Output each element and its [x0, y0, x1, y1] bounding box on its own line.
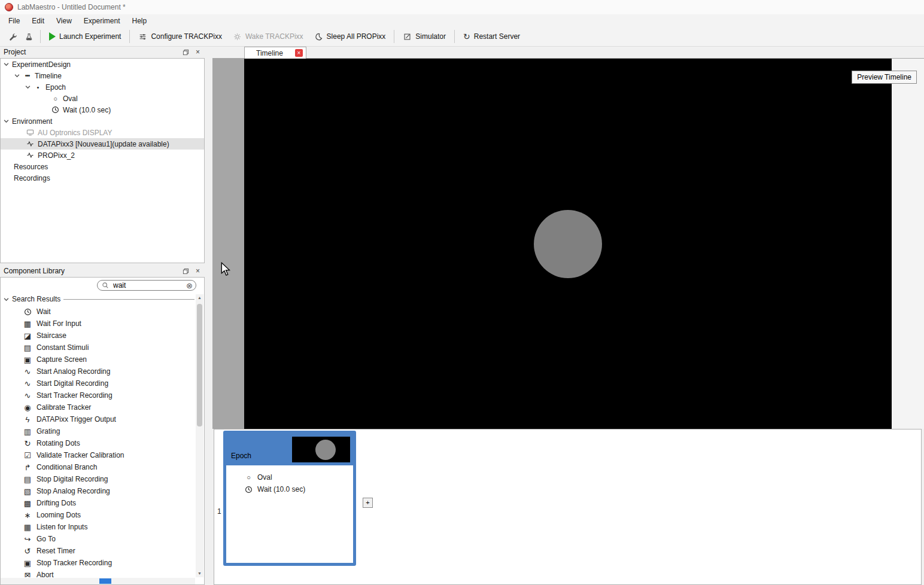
horizontal-scrollbar-thumb[interactable] — [99, 578, 111, 584]
simulator-button[interactable]: Simulator — [397, 29, 451, 44]
menu-help[interactable]: Help — [126, 16, 153, 26]
close-panel-icon[interactable]: × — [193, 48, 203, 57]
list-item-listen-for-inputs[interactable]: ▦Listen for Inputs — [1, 521, 196, 533]
preview-area: Preview Timeline — [212, 59, 924, 429]
clear-search-icon[interactable]: ⊗ — [186, 282, 193, 290]
chevron-down-icon[interactable] — [3, 118, 9, 124]
list-item-start-analog-recording[interactable]: ∿Start Analog Recording — [1, 365, 196, 377]
list-item-abort[interactable]: ⊠Abort — [1, 569, 196, 577]
epoch-item-wait[interactable]: Wait (10.0 sec) — [226, 483, 353, 495]
chevron-down-icon[interactable] — [25, 84, 31, 90]
epoch-card-header[interactable]: Epoch — [226, 434, 353, 465]
list-item-stop-tracker-recording[interactable]: ▣Stop Tracker Recording — [1, 557, 196, 569]
restart-server-button[interactable]: ↻ Restart Server — [458, 29, 525, 44]
tree-item-propixx2[interactable]: PROPixx_2 — [1, 150, 204, 161]
list-item-rotating-dots[interactable]: ↻Rotating Dots — [1, 437, 196, 449]
tree-item-label: Epoch — [45, 83, 66, 92]
list-item-calibrate-tracker[interactable]: ◉Calibrate Tracker — [1, 401, 196, 413]
tree-item-experimentdesign[interactable]: ExperimentDesign — [1, 59, 204, 70]
list-item-stop-analog-recording[interactable]: ▧Stop Analog Recording — [1, 485, 196, 497]
list-item-conditional-branch[interactable]: ↱Conditional Branch — [1, 461, 196, 473]
float-panel-icon[interactable] — [181, 48, 191, 57]
epoch-item-oval[interactable]: ○ Oval — [226, 471, 353, 483]
vertical-scrollbar[interactable]: ▲ ▼ — [196, 294, 203, 577]
list-lines-icon: ▤ — [23, 343, 32, 352]
tab-close-icon[interactable]: × — [295, 49, 303, 57]
component-search-box[interactable]: ⊗ — [97, 280, 196, 291]
tree-item-environment[interactable]: Environment — [1, 115, 204, 127]
vertical-scrollbar-thumb[interactable] — [197, 304, 202, 426]
scroll-up-icon[interactable]: ▲ — [196, 294, 203, 301]
list-item-datapixx-trigger-output[interactable]: ϟDATAPixx Trigger Output — [1, 413, 196, 425]
tree-item-datapixx3[interactable]: DATAPixx3 [Nouveau1](update available) — [1, 138, 204, 150]
sleep-all-propixx-button[interactable]: Sleep All PROPixx — [309, 29, 391, 44]
horizontal-scrollbar[interactable] — [1, 578, 195, 584]
chevron-down-icon[interactable] — [3, 297, 9, 302]
search-input[interactable] — [112, 281, 183, 290]
epoch-card-body: ○ Oval Wait (10.0 sec) — [226, 465, 353, 495]
list-item-drifting-dots[interactable]: ▩Drifting Dots — [1, 497, 196, 509]
list-item-constant-stimuli[interactable]: ▤Constant Stimuli — [1, 342, 196, 354]
list-item-capture-screen[interactable]: ▣Capture Screen — [1, 354, 196, 365]
list-item-stop-digital-recording[interactable]: ▤Stop Digital Recording — [1, 473, 196, 485]
float-panel-icon[interactable] — [181, 267, 191, 276]
preview-timeline-button[interactable]: Preview Timeline — [852, 71, 917, 84]
tree-item-wait[interactable]: Wait (10.0 sec) — [1, 104, 204, 115]
tree-item-display[interactable]: AU Optronics DISPLAY — [1, 127, 204, 138]
menu-experiment[interactable]: Experiment — [78, 16, 126, 26]
calibration-flask-button[interactable] — [21, 30, 37, 44]
list-item-grating[interactable]: ▥Grating — [1, 425, 196, 437]
search-results-section[interactable]: Search Results — [3, 294, 194, 304]
wake-trackpixx-button[interactable]: Wake TRACKPixx — [227, 29, 309, 44]
component-list: Wait ▦Wait For Input ◪Staircase ▤Constan… — [1, 306, 196, 577]
list-item-wait[interactable]: Wait — [1, 306, 196, 318]
menu-view[interactable]: View — [50, 16, 78, 26]
tree-item-timeline[interactable]: ••• Timeline — [1, 70, 204, 81]
looming-dots-icon: ∗ — [23, 511, 32, 520]
restart-server-label: Restart Server — [474, 32, 520, 41]
epoch-card[interactable]: Epoch ○ Oval Wait (10.0 sec) — [223, 431, 356, 566]
timeline-workspace: Timeline × Preview Timeline 1 Epoch ○ Ov… — [212, 47, 924, 585]
menu-file[interactable]: File — [2, 16, 26, 26]
close-panel-icon[interactable]: × — [193, 267, 203, 276]
chevron-down-icon[interactable] — [14, 73, 20, 78]
simulator-label: Simulator — [415, 32, 446, 41]
epoch-icon: • — [34, 84, 42, 91]
dots-grid-icon: ▩ — [23, 499, 32, 508]
list-item-reset-timer[interactable]: ↺Reset Timer — [1, 545, 196, 557]
tree-item-label: Recordings — [14, 174, 50, 182]
scroll-down-icon[interactable]: ▼ — [196, 570, 203, 577]
stop-analog-icon: ▧ — [23, 487, 32, 496]
tools-wrench-button[interactable] — [5, 30, 21, 44]
launch-experiment-button[interactable]: Launch Experiment — [44, 29, 126, 44]
tree-item-resources[interactable]: Resources — [1, 161, 204, 172]
tree-item-label: ExperimentDesign — [12, 60, 71, 69]
play-icon — [49, 32, 56, 41]
tab-timeline[interactable]: Timeline × — [244, 47, 306, 59]
list-item-go-to[interactable]: ↪Go To — [1, 533, 196, 545]
stimulus-canvas — [244, 59, 892, 429]
tree-item-recordings[interactable]: Recordings — [1, 172, 204, 184]
list-item-validate-tracker-calibration[interactable]: ☑Validate Tracker Calibration — [1, 449, 196, 461]
list-item-start-tracker-recording[interactable]: ∿Start Tracker Recording — [1, 389, 196, 401]
configure-trackpixx-button[interactable]: Configure TRACKPixx — [133, 29, 227, 44]
list-item-staircase[interactable]: ◪Staircase — [1, 330, 196, 342]
chevron-down-icon[interactable] — [3, 62, 9, 67]
branch-icon: ↱ — [23, 463, 32, 472]
section-title: Search Results — [12, 295, 60, 303]
list-item-wait-for-input[interactable]: ▦Wait For Input — [1, 318, 196, 330]
preview-right-gutter — [892, 59, 924, 429]
tree-item-label: AU Optronics DISPLAY — [38, 129, 113, 137]
screen-capture-icon: ▣ — [23, 355, 32, 364]
menu-bar: File Edit View Experiment Help — [0, 14, 924, 27]
list-item-looming-dots[interactable]: ∗Looming Dots — [1, 509, 196, 521]
tree-item-oval[interactable]: ○ Oval — [1, 93, 204, 104]
add-component-button[interactable]: + — [363, 498, 373, 508]
timeline-icon: ••• — [23, 72, 32, 79]
tree-item-epoch[interactable]: • Epoch — [1, 81, 204, 93]
flask-icon — [25, 33, 34, 41]
timeline-track-panel: 1 Epoch ○ Oval Wait (10.0 sec) — [214, 429, 922, 585]
restart-icon: ↻ — [463, 32, 470, 41]
menu-edit[interactable]: Edit — [26, 16, 50, 26]
list-item-start-digital-recording[interactable]: ∿Start Digital Recording — [1, 377, 196, 389]
